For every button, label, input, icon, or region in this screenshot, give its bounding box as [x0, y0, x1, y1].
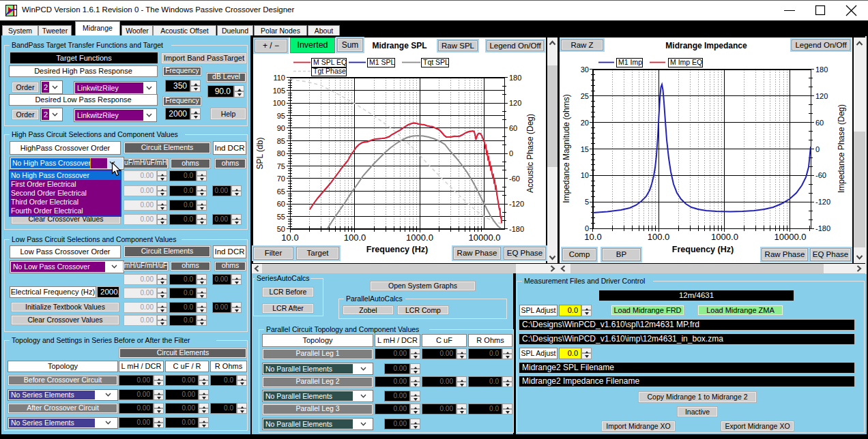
svg-text:-60: -60	[509, 175, 520, 183]
svg-text:Impedance Phase (Deg): Impedance Phase (Deg)	[837, 104, 846, 193]
svg-text:60: 60	[509, 124, 517, 132]
svg-text:55: 55	[277, 213, 285, 221]
svg-text:Frequency (Hz): Frequency (Hz)	[672, 245, 734, 254]
svg-text:180: 180	[509, 74, 521, 82]
svg-text:M SPL EQ: M SPL EQ	[313, 58, 347, 66]
svg-text:10000.0: 10000.0	[775, 232, 807, 242]
svg-text:Acoustic Phase (Deg): Acoustic Phase (Deg)	[525, 114, 535, 193]
svg-text:100.0: 100.0	[344, 232, 366, 243]
svg-text:-120: -120	[509, 200, 524, 208]
svg-text:120: 120	[509, 99, 521, 107]
svg-text:75: 75	[277, 162, 285, 170]
svg-text:-120: -120	[815, 198, 830, 206]
svg-text:60: 60	[277, 200, 285, 208]
svg-text:65: 65	[277, 187, 285, 196]
svg-text:100: 100	[273, 99, 285, 107]
svg-text:1000.0: 1000.0	[406, 232, 433, 243]
svg-text:105: 105	[273, 87, 285, 95]
svg-text:85: 85	[277, 137, 285, 145]
svg-text:0: 0	[815, 145, 820, 153]
svg-text:180: 180	[815, 65, 828, 74]
svg-text:30: 30	[581, 65, 589, 74]
svg-text:80: 80	[277, 149, 285, 157]
svg-text:10000.0: 10000.0	[469, 232, 501, 243]
svg-text:20: 20	[581, 119, 589, 127]
svg-text:0: 0	[509, 149, 513, 157]
svg-text:10.0: 10.0	[281, 232, 298, 243]
svg-text:SPL (db): SPL (db)	[255, 138, 265, 170]
svg-text:Tqt SPL: Tqt SPL	[423, 58, 449, 66]
svg-text:10: 10	[581, 171, 589, 179]
svg-text:5: 5	[585, 198, 589, 206]
svg-text:-180: -180	[509, 225, 524, 233]
svg-text:10.0: 10.0	[584, 232, 601, 242]
svg-text:Tgt Phase: Tgt Phase	[313, 67, 346, 75]
svg-text:25: 25	[581, 92, 589, 100]
svg-text:1000.0: 1000.0	[711, 232, 738, 242]
svg-text:90: 90	[277, 124, 285, 132]
svg-text:95: 95	[277, 112, 285, 120]
svg-text:M Imp EQ: M Imp EQ	[670, 58, 702, 66]
svg-text:Frequency (Hz): Frequency (Hz)	[366, 245, 428, 254]
svg-text:M1 SPL: M1 SPL	[369, 58, 395, 66]
svg-text:Impedance Magnitude (ohms): Impedance Magnitude (ohms)	[562, 94, 571, 202]
svg-text:-60: -60	[815, 171, 826, 179]
svg-text:110: 110	[273, 74, 285, 82]
svg-text:15: 15	[581, 145, 589, 153]
svg-text:M1 Imp: M1 Imp	[618, 58, 642, 66]
svg-text:-180: -180	[815, 224, 830, 232]
svg-text:100.0: 100.0	[648, 232, 670, 242]
svg-text:70: 70	[277, 175, 285, 183]
svg-text:60: 60	[815, 119, 824, 127]
svg-text:120: 120	[815, 92, 828, 100]
